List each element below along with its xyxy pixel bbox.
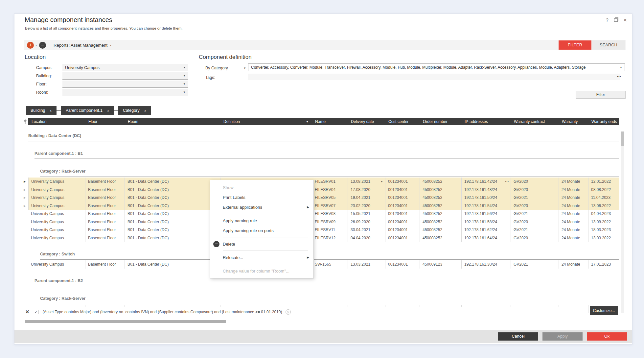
column-header-warranty_contract[interactable]: Warranty contract	[511, 118, 559, 125]
chevron-down-icon[interactable]: ▼	[243, 67, 246, 70]
menu-separator	[223, 214, 308, 214]
help-icon[interactable]: ?	[606, 17, 609, 23]
cell-ip_addresses: 192.178.161.30/24	[461, 260, 511, 269]
table-row-FILESRV12[interactable]: University CampusBasement FloorB01 - Dat…	[28, 234, 619, 242]
menu-separator	[223, 251, 308, 251]
column-header-order_number[interactable]: Order number	[420, 118, 461, 125]
row-expander-icon[interactable]: ▶	[24, 196, 26, 199]
cell-warranty: 24 Monate	[559, 226, 588, 234]
definition-filter-icon[interactable]: ▼	[306, 120, 309, 123]
cell-warranty_end: 04.04.2023	[588, 210, 619, 218]
tags-field[interactable]	[248, 74, 620, 80]
column-header-name[interactable]: Name	[312, 118, 348, 125]
column-header-room[interactable]: Room	[125, 118, 220, 125]
table-row-FILESRV05[interactable]: ▶University CampusBasement FloorB01 - Da…	[28, 194, 619, 202]
menu-item-apply-naming-rule-on-ports[interactable]: Apply naming rule on ports	[210, 226, 313, 235]
row-expander-icon[interactable]: ▶	[24, 204, 26, 207]
cell-name: FILESRV01	[312, 178, 348, 186]
building-select[interactable]: ▼	[62, 72, 188, 80]
column-header-floor[interactable]: Floor	[85, 118, 125, 125]
cell-warranty: 24 Monate	[559, 178, 588, 186]
vertical-scrollbar-thumb[interactable]	[621, 131, 624, 146]
cell-warranty_contract: GV2020	[511, 186, 559, 194]
column-header-definition[interactable]: Definition▼	[220, 118, 312, 125]
cell-location: University Campus	[28, 234, 85, 242]
reports-dropdown[interactable]: Reports: Asset Management ▾	[54, 43, 111, 48]
cell-name: FILESRV04	[312, 186, 348, 194]
restore-window-icon[interactable]	[614, 18, 618, 22]
remove-button[interactable]	[39, 42, 46, 49]
campus-value: University Campus	[65, 65, 100, 70]
filter-tab-button[interactable]: FILTER	[559, 40, 591, 50]
table-row-SW-1565[interactable]: University CampusBasement FloorB01 - Dat…	[28, 260, 619, 269]
table-row-FILESRV01[interactable]: ▶University CampusBasement FloorB01 - Da…	[28, 178, 619, 186]
table-row-FILESRV07[interactable]: ▶University CampusBasement FloorB01 - Da…	[28, 202, 619, 210]
vertical-scrollbar[interactable]	[621, 131, 624, 313]
group-chip-category[interactable]: Category ▲	[118, 106, 151, 115]
column-header-location[interactable]: Location	[28, 118, 85, 125]
cell-room: B01 - Data Center (DC)	[125, 234, 220, 242]
customize-button[interactable]: Customize...	[590, 306, 618, 315]
cell-room: B01 - Data Center (DC)	[125, 202, 220, 210]
menu-item-external-applications[interactable]: External applications▶	[210, 202, 313, 212]
row-expander-icon[interactable]: ▶	[24, 180, 26, 183]
column-header-label: Definition	[223, 119, 240, 124]
by-category-label[interactable]: By Category	[205, 66, 228, 70]
tags-more-button[interactable]: •••	[617, 75, 621, 78]
pin-icon[interactable]	[24, 119, 27, 126]
horizontal-scrollbar[interactable]	[25, 320, 226, 323]
tags-label: Tags:	[205, 75, 215, 80]
row-expander-icon[interactable]: ▶	[24, 188, 26, 191]
cell-floor: Basement Floor	[85, 178, 125, 186]
ip-more-button[interactable]: •••	[505, 180, 509, 183]
column-header-warranty_end[interactable]: Warranty ends	[588, 118, 619, 125]
minus-icon	[215, 244, 218, 244]
cell-warranty: 24 Monate	[559, 194, 588, 202]
column-header-warranty[interactable]: Warranty	[559, 118, 588, 125]
filter-active-checkbox[interactable]: ✓	[34, 310, 38, 314]
group-rule	[28, 141, 619, 141]
column-header-ip_addresses[interactable]: IP-addresses	[461, 118, 511, 125]
cell-room: B01 - Data Center (DC)	[125, 260, 220, 269]
close-icon[interactable]: ×	[623, 18, 627, 22]
menu-item-apply-naming-rule[interactable]: Apply naming rule	[210, 216, 313, 226]
add-button[interactable]: +	[27, 42, 34, 49]
column-header-delivery_date[interactable]: Delivery date	[348, 118, 385, 125]
group-header-parent: Parent component.1 : B2	[34, 277, 619, 286]
search-tab-button[interactable]: SEARCH	[592, 40, 625, 50]
column-header-cost_center[interactable]: Cost center	[385, 118, 420, 125]
by-category-field[interactable]: Converter, Accessory, Converter, Module,…	[248, 63, 625, 71]
chip-connector	[114, 110, 118, 111]
sort-asc-icon: ▲	[144, 109, 147, 112]
cell-delivery_date: 26.09.2020	[348, 218, 385, 226]
funnel-icon[interactable]	[285, 309, 291, 315]
cell-delivery_date: 17.08.2020	[348, 186, 385, 194]
cell-cost_center: 001234001	[385, 178, 420, 186]
menu-item-print-labels[interactable]: Print Labels	[210, 192, 313, 202]
campus-select[interactable]: University Campus ▼	[62, 64, 188, 71]
cell-floor: Basement Floor	[85, 260, 125, 269]
cell-delivery_date: 04.04.2020	[348, 234, 385, 242]
room-select[interactable]: ▼	[62, 89, 188, 96]
cell-cost_center: 001234001	[385, 202, 420, 210]
group-chip-parent-component[interactable]: Parent component.1 ▲	[61, 106, 114, 115]
group-header-category: Category : Switch	[40, 251, 619, 260]
table-row-FILESRV04[interactable]: ▶University CampusBasement FloorB01 - Da…	[28, 186, 619, 194]
apply-filter-button[interactable]: Filter	[576, 91, 626, 99]
remove-filter-icon[interactable]: ✕	[25, 309, 30, 315]
ok-button[interactable]: Ok	[587, 332, 627, 341]
floor-select[interactable]: ▼	[62, 81, 188, 88]
menu-item-relocate[interactable]: Relocate...▶	[210, 252, 313, 262]
chevron-down-icon: ▼	[183, 83, 186, 85]
add-dropdown-icon[interactable]: ▾	[35, 44, 37, 47]
delivery-date-dropdown-icon[interactable]: ▼	[380, 180, 383, 183]
reports-dropdown-label: Reports: Asset Management	[54, 43, 107, 48]
table-row-FILESRV08[interactable]: University CampusBasement FloorB01 - Dat…	[28, 210, 619, 218]
cancel-button[interactable]: Cancel	[498, 332, 538, 341]
table-row-FILESRV11[interactable]: University CampusBasement FloorB01 - Dat…	[28, 226, 619, 234]
cell-floor: Basement Floor	[85, 194, 125, 202]
toolbar: + ▾ Reports: Asset Management ▾ FILTER S…	[24, 40, 626, 50]
menu-item-delete[interactable]: Delete	[210, 239, 313, 249]
group-chip-building[interactable]: Building ▲	[26, 106, 57, 115]
table-row-FILESRV09[interactable]: University CampusBasement FloorB01 - Dat…	[28, 218, 619, 226]
